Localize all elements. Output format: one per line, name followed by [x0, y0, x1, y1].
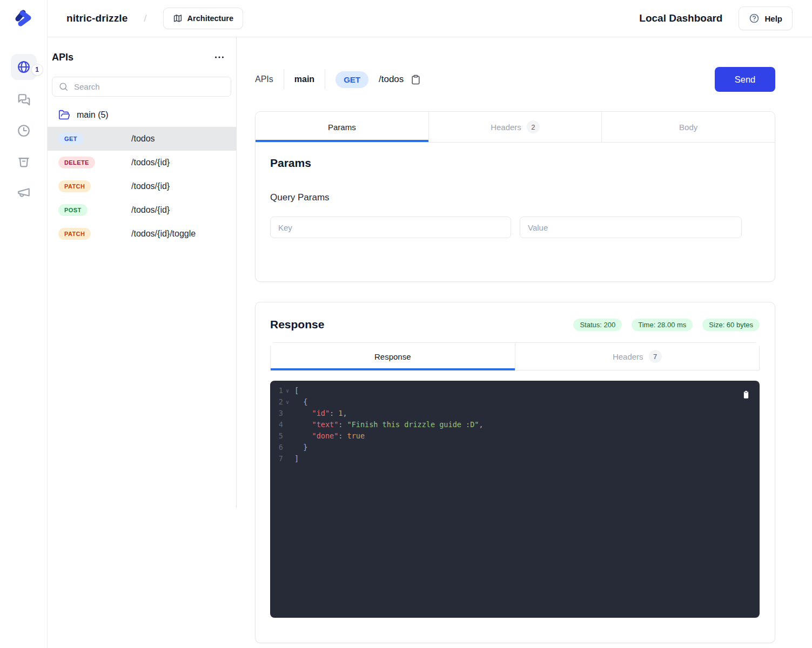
code-line: 7]	[270, 453, 760, 464]
endpoint-list: GET/todosDELETE/todos/{id}PATCH/todos/{i…	[48, 127, 237, 246]
code-text: "done": true	[294, 430, 365, 442]
endpoint-path-label: /todos/{id}	[131, 205, 170, 215]
header-separator: /	[144, 12, 146, 24]
endpoint-row[interactable]: POST/todos/{id}	[48, 198, 237, 222]
code-line: 2∨ {	[270, 396, 760, 408]
code-line: 4 "text": "Finish this drizzle guide :D"…	[270, 419, 760, 430]
query-params-title: Query Params	[270, 192, 760, 203]
help-circle-icon	[749, 13, 760, 24]
response-json-viewer[interactable]: 1∨[2∨ {3 "id": 1,4 "text": "Finish this …	[270, 381, 760, 618]
query-key-field[interactable]	[270, 217, 511, 238]
code-line: 6 }	[270, 442, 760, 453]
nav-item-storage[interactable]	[13, 151, 35, 172]
method-badge: GET	[58, 133, 83, 145]
line-number: 3	[277, 408, 283, 419]
fold-spacer	[283, 419, 292, 430]
method-badge: POST	[58, 204, 88, 216]
chat-icon	[17, 93, 31, 107]
line-number: 4	[277, 419, 283, 430]
response-status-badges: Status: 200Time: 28.00 msSize: 60 bytes	[573, 319, 760, 331]
line-number: 1	[277, 385, 283, 396]
help-button[interactable]: Help	[739, 6, 793, 30]
status-badge: Time: 28.00 ms	[632, 319, 693, 331]
response-headers-count-badge: 7	[649, 350, 662, 363]
request-tabs: Params Headers 2 Body	[256, 112, 775, 143]
fold-spacer	[283, 453, 292, 464]
method-badge: PATCH	[58, 228, 91, 240]
response-tabs: Response Headers 7	[270, 342, 760, 370]
status-badge: Status: 200	[573, 319, 622, 331]
api-group-label: main (5)	[77, 110, 109, 120]
dashboard-title: Local Dashboard	[639, 12, 722, 24]
fold-chevron-icon[interactable]: ∨	[283, 385, 292, 396]
storage-icon	[17, 154, 31, 168]
tab-response-label: Response	[374, 352, 411, 361]
tab-params[interactable]: Params	[256, 112, 429, 142]
api-group-main[interactable]: main (5)	[48, 107, 237, 123]
clipboard-icon	[411, 75, 421, 85]
breadcrumb: APIs main GET /todos Send	[255, 67, 775, 92]
architecture-label: Architecture	[187, 14, 233, 23]
search-input[interactable]	[52, 77, 231, 97]
code-text: "text": "Finish this drizzle guide :D",	[294, 419, 484, 430]
breadcrumb-root: APIs	[255, 75, 273, 84]
globe-icon	[17, 60, 31, 74]
nav-rail: 1	[0, 0, 48, 648]
code-line: 3 "id": 1,	[270, 408, 760, 419]
copy-response-button[interactable]	[741, 390, 751, 400]
clipboard-filled-icon	[741, 390, 751, 400]
tab-response-headers-label: Headers	[613, 352, 643, 361]
code-line: 1∨[	[270, 385, 760, 396]
breadcrumb-group: main	[294, 75, 314, 84]
code-text: "id": 1,	[294, 408, 347, 419]
fold-spacer	[283, 430, 292, 442]
method-pill: GET	[335, 71, 368, 88]
api-count-badge: 1	[31, 64, 43, 76]
headers-count-badge: 2	[527, 120, 540, 133]
apis-panel: APIs	[48, 37, 237, 648]
endpoint-path-label: /todos/{id}	[131, 181, 170, 191]
code-lines: 1∨[2∨ {3 "id": 1,4 "text": "Finish this …	[270, 385, 760, 464]
endpoint-path: /todos	[379, 74, 404, 85]
line-number: 7	[277, 453, 283, 464]
architecture-button[interactable]: Architecture	[163, 8, 243, 29]
map-icon	[173, 14, 183, 23]
nav-item-websockets[interactable]	[13, 89, 35, 111]
main-column: nitric-drizzle / Architecture Local Dash…	[48, 0, 812, 648]
nav-item-schedules[interactable]	[13, 120, 35, 141]
endpoint-path-label: /todos	[131, 134, 155, 144]
response-title: Response	[270, 318, 324, 331]
code-text: ]	[294, 453, 299, 464]
history-icon	[17, 124, 31, 138]
request-workspace: APIs main GET /todos Send	[237, 37, 812, 648]
endpoint-row[interactable]: PATCH/todos/{id}/toggle	[48, 222, 237, 246]
tab-response-headers[interactable]: Headers 7	[515, 343, 760, 370]
endpoint-row[interactable]: DELETE/todos/{id}	[48, 151, 237, 174]
fold-chevron-icon[interactable]: ∨	[283, 396, 292, 408]
copy-url-button[interactable]	[411, 75, 421, 85]
nav-item-apis[interactable]: 1	[11, 54, 37, 80]
fold-spacer	[283, 408, 292, 419]
tab-response[interactable]: Response	[271, 343, 515, 370]
project-name: nitric-drizzle	[66, 12, 127, 24]
query-value-field[interactable]	[520, 217, 742, 238]
status-badge: Size: 60 bytes	[702, 319, 760, 331]
content-row: APIs	[48, 37, 812, 648]
line-number: 2	[277, 396, 283, 408]
send-button[interactable]: Send	[715, 67, 775, 92]
breadcrumb-divider	[325, 69, 325, 90]
code-text: [	[294, 385, 299, 396]
nitric-logo	[12, 6, 36, 32]
tab-headers[interactable]: Headers 2	[429, 112, 602, 142]
method-badge: DELETE	[58, 157, 95, 168]
apis-panel-title: APIs	[52, 52, 73, 63]
endpoint-row[interactable]: PATCH/todos/{id}	[48, 174, 237, 198]
params-title: Params	[270, 157, 760, 170]
tab-body[interactable]: Body	[602, 112, 775, 142]
endpoint-row[interactable]: GET/todos	[48, 127, 237, 151]
response-card: Response Status: 200Time: 28.00 msSize: …	[255, 302, 775, 643]
fold-spacer	[283, 442, 292, 453]
nav-item-topics[interactable]	[13, 181, 35, 203]
apis-menu-button[interactable]	[213, 51, 225, 63]
folder-open-icon	[58, 109, 70, 121]
